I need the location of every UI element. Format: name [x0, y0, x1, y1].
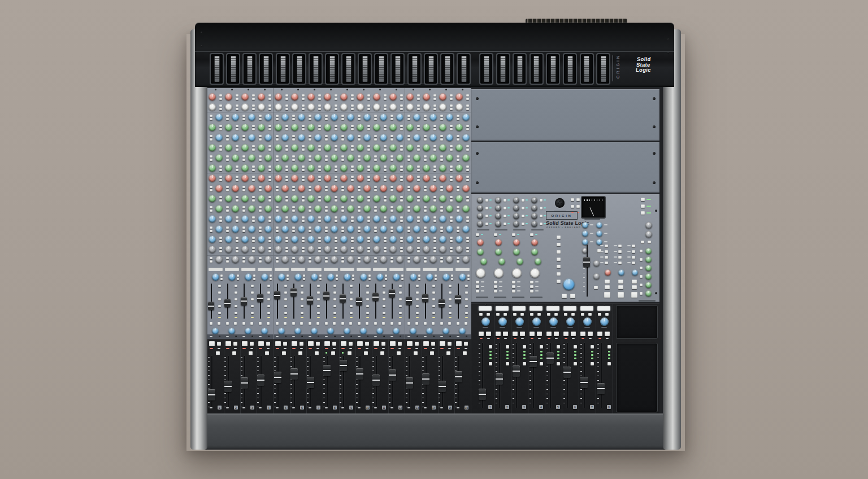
cue-button[interactable]: [540, 199, 542, 202]
blue-knob[interactable]: [209, 236, 216, 243]
strip-button[interactable]: [335, 196, 337, 198]
strip-button[interactable]: [259, 115, 262, 117]
channel-cut-button[interactable]: [292, 341, 297, 346]
strip-button[interactable]: [466, 149, 469, 151]
route-button[interactable]: [398, 322, 401, 325]
strip-button[interactable]: [367, 247, 370, 249]
small-fader-button[interactable]: [333, 305, 336, 307]
strip-button[interactable]: [236, 250, 238, 252]
talkback-button[interactable]: [576, 198, 580, 201]
strip-button[interactable]: [276, 257, 279, 259]
pan-button[interactable]: [451, 275, 453, 277]
strip-button[interactable]: [417, 176, 420, 178]
strip-button[interactable]: [390, 135, 393, 137]
blue-knob[interactable]: [373, 215, 380, 223]
small-fader-button[interactable]: [366, 298, 369, 301]
pan-button[interactable]: [253, 275, 255, 277]
strip-button[interactable]: [407, 138, 410, 141]
strip-button[interactable]: [400, 196, 403, 198]
small-fader-button[interactable]: [350, 298, 353, 301]
small-fader-button[interactable]: [235, 291, 237, 294]
strip-button[interactable]: [417, 216, 420, 219]
mix-red-knob[interactable]: [531, 239, 538, 246]
group-button[interactable]: [581, 313, 584, 316]
green-knob[interactable]: [258, 195, 265, 202]
strip-button[interactable]: [417, 237, 420, 239]
green-knob[interactable]: [291, 164, 298, 172]
route-button[interactable]: [242, 322, 245, 325]
pan-knob[interactable]: [212, 273, 219, 281]
strip-button[interactable]: [219, 128, 222, 130]
white-knob[interactable]: [209, 103, 216, 111]
strip-button[interactable]: [226, 260, 229, 263]
group-button[interactable]: [513, 313, 517, 316]
lower-pan-knob[interactable]: [393, 328, 400, 334]
blue-knob[interactable]: [396, 225, 403, 233]
strip-button[interactable]: [466, 104, 469, 107]
channel-cut-button[interactable]: [308, 341, 314, 346]
strip-button[interactable]: [440, 206, 443, 208]
strip-button[interactable]: [292, 138, 295, 141]
pan-button[interactable]: [303, 275, 305, 277]
strip-button[interactable]: [335, 145, 337, 147]
strip-button[interactable]: [466, 94, 469, 97]
strip-button[interactable]: [341, 135, 344, 137]
group-solo-button[interactable]: [486, 332, 491, 336]
green-knob[interactable]: [423, 144, 430, 151]
red-knob[interactable]: [331, 185, 338, 192]
strip-button[interactable]: [407, 155, 410, 158]
master-wide-button[interactable]: [632, 280, 637, 284]
strip-button[interactable]: [259, 155, 262, 158]
white-knob[interactable]: [357, 103, 364, 111]
group-pan-knob[interactable]: [498, 317, 507, 326]
strip-button[interactable]: [351, 94, 354, 97]
red-knob[interactable]: [314, 185, 322, 192]
strip-button[interactable]: [457, 186, 459, 188]
strip-button[interactable]: [466, 176, 469, 178]
small-fader-cap[interactable]: [340, 294, 346, 303]
strip-button[interactable]: [450, 250, 453, 252]
blue-knob[interactable]: [363, 225, 371, 233]
foldback-button[interactable]: [640, 284, 643, 286]
master-grid-button[interactable]: [618, 262, 622, 264]
small-fader-button[interactable]: [366, 291, 369, 294]
green-knob[interactable]: [439, 124, 446, 131]
white-knob[interactable]: [241, 103, 249, 111]
strip-button[interactable]: [417, 199, 420, 202]
strip-button[interactable]: [384, 145, 387, 147]
monitor-blue-knob[interactable]: [582, 222, 588, 228]
strip-button[interactable]: [219, 247, 222, 249]
master-grid-button[interactable]: [618, 245, 622, 247]
strip-button[interactable]: [318, 240, 321, 242]
green-knob[interactable]: [455, 144, 463, 151]
talkback-button[interactable]: [576, 205, 580, 208]
small-fader-button[interactable]: [317, 285, 320, 287]
strip-button[interactable]: [242, 115, 245, 117]
group-fader-cap[interactable]: [496, 373, 503, 385]
green-knob[interactable]: [423, 164, 430, 172]
small-fader-button[interactable]: [366, 305, 369, 307]
strip-button[interactable]: [457, 155, 459, 158]
mix-small-button[interactable]: [512, 290, 515, 293]
channel-fader-cap[interactable]: [307, 377, 314, 388]
green-knob[interactable]: [455, 164, 463, 172]
blue-knob[interactable]: [389, 215, 397, 223]
strip-button[interactable]: [341, 155, 344, 158]
strip-button[interactable]: [440, 155, 443, 158]
strip-button[interactable]: [268, 166, 271, 168]
strip-button[interactable]: [335, 108, 337, 110]
master-button[interactable]: [557, 272, 561, 276]
small-fader-button[interactable]: [267, 298, 270, 301]
small-fader-button[interactable]: [267, 291, 270, 294]
cue-button[interactable]: [540, 215, 542, 217]
gray-knob[interactable]: [264, 256, 272, 263]
pan-button[interactable]: [451, 278, 453, 280]
strip-button[interactable]: [466, 128, 469, 130]
route-button[interactable]: [276, 322, 279, 325]
strip-button[interactable]: [292, 135, 295, 137]
green-knob[interactable]: [291, 144, 298, 151]
strip-button[interactable]: [226, 186, 229, 188]
monitor-cut-button[interactable]: [570, 294, 575, 298]
strip-button[interactable]: [358, 257, 361, 259]
red-knob[interactable]: [373, 93, 380, 101]
